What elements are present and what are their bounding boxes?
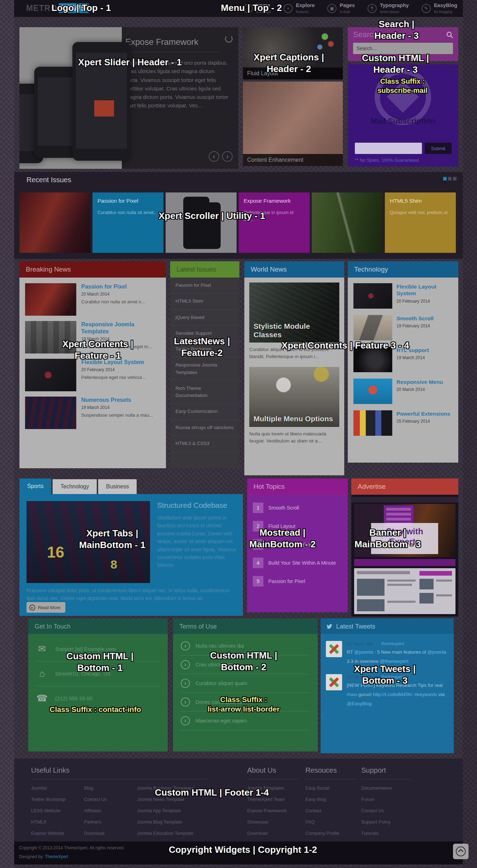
caption-item-2[interactable]: Content Enhancement bbox=[243, 82, 343, 166]
scroller-image-soccer[interactable] bbox=[19, 192, 90, 253]
tweet-segment[interactable]: via bbox=[437, 692, 445, 697]
tweet-segment[interactable]: RT bbox=[347, 649, 354, 655]
terms-link[interactable]: Curabitur aliquet quam bbox=[196, 680, 248, 686]
footer-link[interactable]: Contact Us bbox=[84, 797, 137, 802]
footer-link[interactable]: Contact bbox=[305, 808, 357, 813]
mostread-link[interactable]: Build Your Site Within A Minute bbox=[268, 558, 336, 568]
footer-link[interactable]: Expose Framework bbox=[247, 808, 298, 813]
scroller-card[interactable]: Passion for Pixel Curabitur non nulla si… bbox=[93, 192, 163, 253]
tab-business[interactable]: Business bbox=[98, 479, 137, 494]
footer-link[interactable]: Joomla Blog Template bbox=[137, 819, 208, 825]
card-title[interactable]: Passion for Pixel bbox=[97, 198, 159, 204]
footer-link[interactable]: Contact Us bbox=[361, 808, 411, 813]
footer-link[interactable]: Joomla App Template bbox=[137, 808, 208, 813]
list-item[interactable]: Passion for Pixel bbox=[170, 278, 239, 293]
footer-link[interactable]: Blog bbox=[84, 785, 137, 791]
footer-link[interactable]: Tutorials bbox=[361, 831, 411, 836]
search-icon[interactable] bbox=[446, 31, 453, 38]
scroller-card[interactable]: Expose Framework Pellentesque in ipsum i… bbox=[239, 192, 310, 253]
list-item[interactable]: jQuery Based bbox=[170, 310, 239, 326]
tweet-segment[interactable]: http://t.co/kdM45Kr bbox=[373, 692, 413, 697]
footer-link[interactable]: Expose Website bbox=[31, 831, 84, 836]
footer-link[interactable]: Easy Blog bbox=[305, 797, 357, 802]
next-arrow-button[interactable]: › bbox=[222, 151, 233, 162]
article-image-soldiers[interactable]: Stylistic Module Classes bbox=[249, 283, 339, 343]
list-item[interactable]: Rich Theme Documentation bbox=[170, 381, 239, 404]
footer-link[interactable]: Easy Social bbox=[305, 785, 357, 791]
tweet-segment[interactable]: : 5 New main features of bbox=[373, 649, 428, 655]
article-title[interactable]: Powerful Extensions bbox=[396, 410, 450, 417]
tab-article-title[interactable]: Structured Codebase bbox=[157, 501, 237, 510]
menu-item[interactable]: + Explore features bbox=[284, 2, 315, 15]
article-thumbnail[interactable] bbox=[353, 315, 392, 340]
tab-technology[interactable]: Technology bbox=[53, 479, 97, 494]
read-more-button[interactable]: ▸ Read More bbox=[26, 602, 65, 613]
tweet-segment[interactable]: #seo bbox=[347, 692, 357, 697]
avatar[interactable] bbox=[326, 674, 342, 690]
footer-link[interactable]: Support Policy bbox=[361, 819, 411, 825]
tweet-segment[interactable]: gurus! bbox=[357, 692, 373, 697]
footer-link[interactable]: FAQ bbox=[305, 819, 357, 825]
article-title[interactable]: Responsive Joomla Templates bbox=[81, 321, 160, 335]
menu-item[interactable]: ▣ Pages in-built bbox=[327, 2, 355, 15]
footer-link[interactable]: Twitter Bootstrap bbox=[31, 797, 84, 802]
article-title[interactable]: Smooth Scroll bbox=[396, 315, 434, 322]
prev-arrow-button[interactable]: ‹ bbox=[209, 151, 219, 162]
avatar[interactable] bbox=[326, 641, 342, 657]
list-item[interactable]: HTML5 & CSS3 bbox=[170, 436, 239, 452]
terms-link[interactable]: Maecenas eget sapien bbox=[196, 718, 247, 724]
terms-link[interactable]: Nulla nec ultricies dui bbox=[196, 643, 244, 649]
footer-link[interactable]: Joomla Education Template bbox=[137, 831, 208, 836]
article-thumbnail[interactable] bbox=[25, 283, 76, 316]
footer-link[interactable]: Joomla! bbox=[31, 785, 84, 791]
mostread-link[interactable]: Smooth Scroll bbox=[268, 503, 299, 513]
themexpert-link[interactable]: ThemeXpert bbox=[45, 854, 68, 859]
pager-dot[interactable] bbox=[448, 177, 452, 180]
tweet-segment[interactable]: #keywords bbox=[414, 692, 437, 697]
article-thumbnail[interactable] bbox=[25, 359, 76, 391]
footer-link[interactable]: Partners bbox=[84, 819, 137, 825]
email-field[interactable] bbox=[355, 143, 422, 154]
footer-link[interactable]: Download bbox=[84, 831, 137, 836]
article-title[interactable]: Multiple Menu Options bbox=[254, 415, 333, 423]
tab-sports[interactable]: Sports bbox=[19, 478, 51, 494]
footer-link[interactable]: Affiliates bbox=[84, 808, 137, 813]
list-item[interactable]: Russia shrugs off sanctions bbox=[170, 420, 239, 436]
article-title[interactable]: Flexible Layout System bbox=[396, 283, 453, 297]
scroller-card[interactable]: HTML5 Shim Quisque velit nisi, pretium u… bbox=[385, 192, 456, 253]
list-item[interactable]: Responsive Joomla Templates bbox=[170, 357, 239, 381]
article-title[interactable]: Numerous Presets bbox=[81, 397, 153, 404]
article-title[interactable]: Responsive Menu bbox=[396, 379, 443, 385]
list-item[interactable]: HTML5 Shim bbox=[170, 293, 239, 309]
article-thumbnail[interactable] bbox=[353, 283, 392, 309]
article-thumbnail[interactable] bbox=[25, 397, 76, 429]
list-item[interactable]: Easy Customization bbox=[170, 404, 239, 420]
scroller-image-football[interactable] bbox=[312, 192, 383, 253]
article-thumbnail[interactable] bbox=[353, 410, 392, 436]
tweet-segment[interactable]: @EasyBlog bbox=[347, 701, 372, 706]
scroller-image-phones[interactable] bbox=[166, 192, 237, 253]
menu-item[interactable]: ¶ Typography lorem ipsum bbox=[368, 2, 409, 15]
footer-link[interactable]: Showcase bbox=[247, 819, 298, 825]
tweet-segment[interactable]: @joomla bbox=[354, 649, 373, 655]
article-image-street[interactable]: Multiple Menu Options bbox=[249, 367, 339, 427]
footer-link[interactable]: Download bbox=[247, 831, 298, 836]
article-thumbnail[interactable] bbox=[353, 379, 392, 404]
tweet-handle[interactable]: themexpert bbox=[381, 641, 404, 646]
card-title[interactable]: Expose Framework bbox=[244, 198, 305, 204]
banner-module[interactable]: Stay with Experts bbox=[351, 495, 458, 617]
footer-link[interactable]: Documentation bbox=[361, 785, 411, 791]
pager-dot-active[interactable] bbox=[443, 177, 447, 180]
card-title[interactable]: HTML5 Shim bbox=[390, 198, 451, 204]
mostread-link[interactable]: Passion for Pixel bbox=[268, 576, 305, 587]
article-title[interactable]: Stylistic Module Classes bbox=[254, 322, 339, 339]
footer-link[interactable]: Company Profile bbox=[305, 831, 357, 836]
tweet-segment[interactable]: @joomla bbox=[428, 649, 446, 655]
footer-link[interactable]: Forum bbox=[361, 797, 411, 802]
pager-dot[interactable] bbox=[453, 177, 457, 180]
scroll-to-top-button[interactable] bbox=[453, 844, 469, 859]
footer-link[interactable]: HTML5 bbox=[31, 819, 84, 825]
submit-button[interactable]: Submit bbox=[425, 143, 452, 154]
footer-link[interactable]: LESS Website bbox=[31, 808, 84, 813]
article-title[interactable]: Passion for Pixel bbox=[81, 283, 145, 290]
